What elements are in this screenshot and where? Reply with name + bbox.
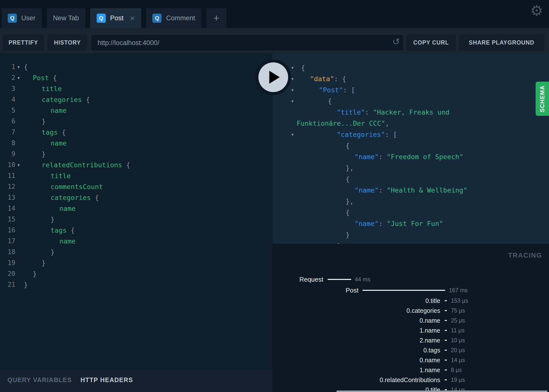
endpoint-url-input[interactable] bbox=[97, 35, 383, 51]
punct-token: { bbox=[58, 128, 66, 136]
punct-token: } bbox=[42, 118, 46, 125]
response-line: { bbox=[273, 207, 549, 218]
schema-side-tab[interactable]: SCHEMA bbox=[536, 82, 549, 116]
code-text: commentsCount bbox=[22, 183, 103, 191]
code-text: } bbox=[22, 118, 46, 125]
json-string: "Just For Fun" bbox=[387, 220, 443, 227]
span-label: 0.name bbox=[273, 317, 440, 324]
punct-token: { bbox=[82, 96, 90, 103]
span-duration-bar bbox=[445, 310, 447, 311]
json-text: }, bbox=[301, 164, 354, 172]
json-string: "Freedom of Speech" bbox=[387, 153, 463, 161]
punct-token: } bbox=[42, 150, 46, 158]
line-number: 11 bbox=[0, 172, 15, 179]
share-playground-button[interactable]: SHARE PLAYGROUND bbox=[459, 34, 544, 51]
line-number: 16 bbox=[0, 226, 15, 234]
copy-curl-button[interactable]: COPY CURL bbox=[407, 34, 456, 51]
field-token: commentsCount bbox=[51, 183, 103, 191]
editor-line: 8name bbox=[0, 138, 273, 148]
tracing-span-row: 1.name8 μs bbox=[273, 365, 549, 375]
span-duration-bar bbox=[362, 290, 445, 291]
span-label: Request bbox=[273, 276, 323, 283]
fold-arrow-icon[interactable]: ▾ bbox=[291, 129, 294, 140]
json-text: }, bbox=[301, 197, 354, 205]
json-key: "name" bbox=[355, 186, 379, 194]
tab-post[interactable]: QPost× bbox=[90, 8, 141, 28]
editor-line: 1▾{ bbox=[0, 61, 273, 72]
span-label: 2.name bbox=[273, 337, 440, 344]
code-text: { bbox=[22, 63, 28, 71]
field-token: title bbox=[42, 85, 62, 93]
http-headers-tab[interactable]: HTTP HEADERS bbox=[81, 376, 133, 384]
editor-line: 11title bbox=[0, 170, 273, 181]
history-button[interactable]: HISTORY bbox=[48, 34, 87, 51]
field-token: Post bbox=[33, 74, 49, 82]
fold-arrow-icon[interactable]: ▾ bbox=[15, 64, 22, 70]
line-number: 21 bbox=[0, 281, 15, 288]
code-text: } bbox=[22, 270, 37, 278]
line-number: 4 bbox=[0, 96, 15, 103]
fold-arrow-icon[interactable]: ▾ bbox=[291, 73, 294, 84]
response-line: ▾"data": { bbox=[273, 73, 549, 84]
tracing-panel: TRACING Request44 msPost167 ms0.title153… bbox=[273, 244, 549, 392]
fold-arrow-icon[interactable]: ▾ bbox=[15, 75, 22, 80]
tab-label: Post bbox=[110, 14, 124, 22]
tracing-span-row: 0.categories75 μs bbox=[273, 306, 549, 316]
fold-arrow-icon[interactable]: ▾ bbox=[291, 96, 294, 107]
tracing-span-row: 0.name25 μs bbox=[273, 316, 549, 325]
response-line: ▾"Post": [ bbox=[273, 84, 549, 96]
tracing-span-row: 2.name10 μs bbox=[273, 335, 549, 345]
execute-query-button[interactable] bbox=[255, 59, 291, 95]
json-punct: : [ bbox=[385, 131, 397, 138]
tab-user[interactable]: QUser bbox=[1, 8, 42, 28]
code-text: } bbox=[22, 281, 28, 289]
span-duration-bar bbox=[328, 279, 351, 280]
code-text: title bbox=[22, 172, 71, 180]
json-punct: }, bbox=[346, 164, 354, 172]
line-number: 14 bbox=[0, 205, 15, 212]
reload-schema-icon[interactable]: ↺ bbox=[392, 37, 400, 47]
tracing-horizontal-scrollbar[interactable] bbox=[336, 391, 548, 392]
field-token: categories bbox=[51, 194, 91, 201]
tab-new-tab[interactable]: New Tab bbox=[47, 8, 85, 28]
json-text: "title": "Hacker, Freaks und bbox=[301, 108, 449, 116]
punct-token: { bbox=[49, 74, 57, 82]
editor-line: 10▾relatedContributions { bbox=[0, 159, 273, 170]
json-string: "Health & Wellbeing" bbox=[387, 186, 467, 194]
tab-comment[interactable]: QComment bbox=[146, 8, 201, 28]
json-text: "name": "Freedom of Speech" bbox=[301, 153, 463, 161]
fold-arrow-icon[interactable]: ▾ bbox=[291, 62, 294, 73]
json-punct: : bbox=[379, 220, 387, 227]
line-number: 19 bbox=[0, 259, 15, 267]
line-number: 7 bbox=[0, 128, 15, 136]
json-punct: : bbox=[379, 153, 387, 161]
query-editor-lines: 1▾{2▾Post {3title4categories {5name6}7ta… bbox=[0, 53, 273, 290]
prettify-button[interactable]: PRETTIFY bbox=[2, 34, 44, 51]
span-duration-bar bbox=[445, 379, 447, 380]
span-duration-bar bbox=[445, 360, 447, 361]
fold-arrow-icon[interactable]: ▾ bbox=[15, 162, 22, 168]
tracing-span-row: 0.title153 μs bbox=[273, 296, 549, 306]
code-text: } bbox=[22, 150, 46, 158]
span-time: 11 μs bbox=[451, 327, 465, 334]
span-time: 8 μs bbox=[451, 367, 462, 373]
line-number: 12 bbox=[0, 183, 15, 190]
settings-gear-icon[interactable]: ⚙ bbox=[530, 3, 543, 18]
query-editor-pane[interactable]: 1▾{2▾Post {3title4categories {5name6}7ta… bbox=[0, 53, 273, 370]
new-tab-button[interactable]: + bbox=[206, 8, 227, 28]
close-icon[interactable]: × bbox=[130, 14, 135, 22]
json-punct: ] bbox=[337, 242, 341, 244]
span-duration-bar bbox=[445, 369, 447, 370]
fold-arrow-icon[interactable]: ▾ bbox=[291, 84, 294, 96]
span-label: 0.relatedContributions bbox=[273, 376, 440, 384]
json-text: "data": { bbox=[301, 75, 346, 83]
editor-line: 21} bbox=[0, 279, 273, 290]
code-text: categories { bbox=[22, 194, 99, 201]
editor-line: 9} bbox=[0, 148, 273, 159]
span-label: 1.name bbox=[273, 327, 440, 334]
query-variables-tab[interactable]: QUERY VARIABLES bbox=[7, 376, 72, 384]
span-duration-bar bbox=[445, 320, 447, 321]
tab-label: Comment bbox=[166, 14, 195, 22]
editor-line: 18} bbox=[0, 246, 273, 257]
json-key: "name" bbox=[355, 220, 379, 227]
